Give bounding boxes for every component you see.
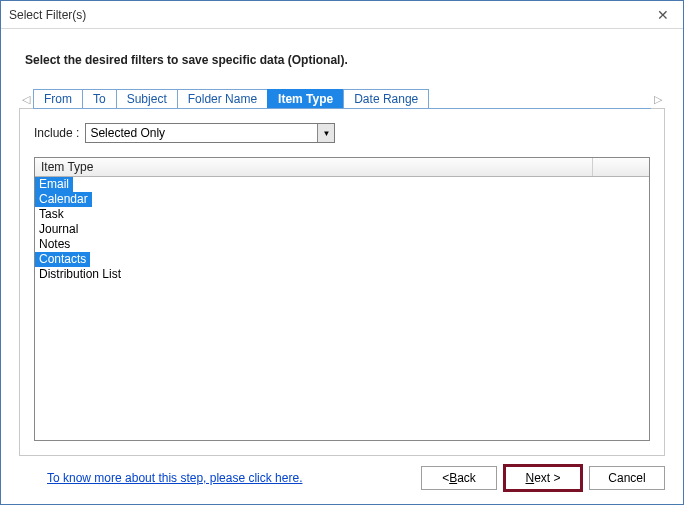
- include-value: Selected Only: [86, 126, 317, 140]
- tab-panel: Include : Selected Only ▼ Item Type Emai…: [19, 108, 665, 456]
- column-header-item-type[interactable]: Item Type: [35, 158, 593, 176]
- window-title: Select Filter(s): [9, 8, 643, 22]
- next-mnemonic: N: [525, 471, 534, 485]
- list-item-distribution-list[interactable]: Distribution List: [35, 267, 125, 282]
- item-type-listbox: Item Type EmailCalendarTaskJournalNotesC…: [34, 157, 650, 441]
- tab-date-range[interactable]: Date Range: [343, 89, 429, 108]
- back-rest: ack: [457, 471, 476, 485]
- list-item-contacts[interactable]: Contacts: [35, 252, 90, 267]
- instruction-text: Select the desired filters to save speci…: [25, 53, 665, 67]
- footer: To know more about this step, please cli…: [1, 456, 683, 504]
- tab-item-type[interactable]: Item Type: [267, 89, 344, 108]
- list-item-task[interactable]: Task: [35, 207, 68, 222]
- tabs-container: FromToSubjectFolder NameItem TypeDate Ra…: [33, 89, 651, 109]
- back-mnemonic: B: [449, 471, 457, 485]
- content-area: Select the desired filters to save speci…: [1, 29, 683, 456]
- cancel-button[interactable]: Cancel: [589, 466, 665, 490]
- back-button[interactable]: < Back: [421, 466, 497, 490]
- chevron-down-icon: ▼: [322, 129, 330, 138]
- tab-strip: ◁ FromToSubjectFolder NameItem TypeDate …: [19, 89, 665, 109]
- include-row: Include : Selected Only ▼: [34, 123, 650, 143]
- tab-scroll-left[interactable]: ◁: [19, 93, 33, 106]
- list-item-journal[interactable]: Journal: [35, 222, 82, 237]
- list-item-email[interactable]: Email: [35, 177, 73, 192]
- tab-to[interactable]: To: [82, 89, 117, 108]
- help-link[interactable]: To know more about this step, please cli…: [47, 471, 302, 485]
- back-prefix: <: [442, 471, 449, 485]
- list-item-notes[interactable]: Notes: [35, 237, 74, 252]
- list-item-calendar[interactable]: Calendar: [35, 192, 92, 207]
- tab-from[interactable]: From: [33, 89, 83, 108]
- tab-subject[interactable]: Subject: [116, 89, 178, 108]
- next-rest: ext >: [534, 471, 560, 485]
- dropdown-button[interactable]: ▼: [317, 124, 334, 142]
- include-label: Include :: [34, 126, 79, 140]
- next-button[interactable]: Next >: [505, 466, 581, 490]
- close-button[interactable]: ✕: [643, 1, 683, 29]
- dialog-window: Select Filter(s) ✕ Select the desired fi…: [0, 0, 684, 505]
- include-dropdown[interactable]: Selected Only ▼: [85, 123, 335, 143]
- title-bar: Select Filter(s) ✕: [1, 1, 683, 29]
- close-icon: ✕: [657, 7, 669, 23]
- list-body: EmailCalendarTaskJournalNotesContactsDis…: [35, 177, 649, 440]
- list-header: Item Type: [35, 158, 649, 177]
- tab-folder-name[interactable]: Folder Name: [177, 89, 268, 108]
- tab-scroll-right[interactable]: ▷: [651, 93, 665, 106]
- button-group: < Back Next > Cancel: [421, 466, 665, 490]
- column-header-extra[interactable]: [593, 158, 649, 176]
